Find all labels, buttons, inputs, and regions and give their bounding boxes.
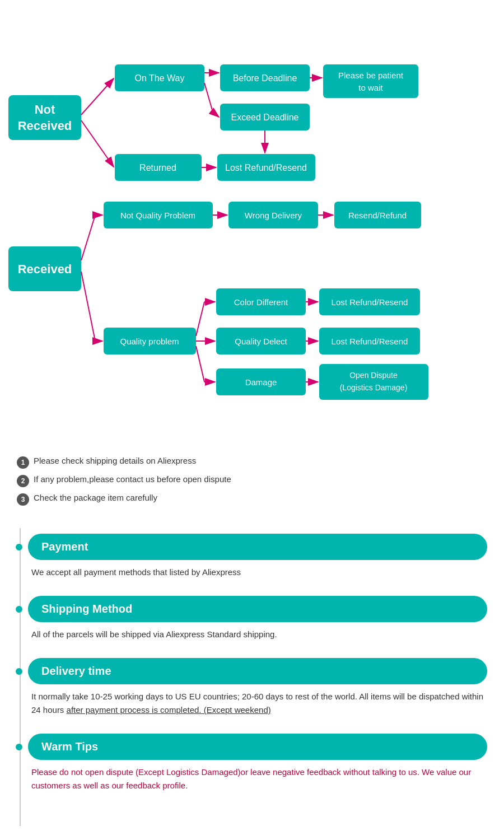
warm-tips-body: Please do not open dispute (Except Logis… [28, 766, 487, 792]
svg-line-18 [81, 120, 114, 167]
svg-rect-45 [319, 364, 428, 400]
delivery-body: It normally take 10-25 working days to U… [28, 690, 487, 717]
tip-number-3: 3 [17, 493, 29, 506]
svg-text:Exceed Deadline: Exceed Deadline [231, 113, 299, 122]
tips-section: 1 Please check shipping details on Aliex… [0, 445, 504, 528]
tip-text-1: Please check shipping details on Aliexpr… [34, 456, 196, 465]
svg-text:Wrong Delivery: Wrong Delivery [245, 211, 302, 220]
svg-text:Lost Refund/Resend: Lost Refund/Resend [225, 163, 307, 172]
svg-text:Not Quality Problem: Not Quality Problem [120, 211, 195, 220]
svg-rect-1 [8, 95, 81, 140]
info-block-shipping: Shipping Method All of the parcels will … [28, 596, 487, 641]
info-block-delivery: Delivery time It normally take 10-25 wor… [28, 658, 487, 717]
payment-body: We accept all payment methods that liste… [28, 566, 487, 579]
svg-line-20 [204, 83, 213, 112]
svg-text:to wait: to wait [358, 83, 383, 92]
info-dot-delivery [16, 668, 22, 675]
svg-text:Returned: Returned [139, 163, 176, 172]
svg-text:Received: Received [18, 119, 72, 133]
tip-item-2: 2 If any problem,please contact us befor… [17, 474, 487, 487]
shipping-body: All of the parcels will be shipped via A… [28, 628, 487, 641]
svg-text:Received: Received [18, 262, 72, 276]
svg-text:Before Deadline: Before Deadline [233, 73, 297, 83]
svg-text:(Logistics Damage): (Logistics Damage) [340, 383, 408, 392]
svg-line-48 [81, 215, 95, 260]
info-dot-payment [16, 544, 22, 550]
svg-text:Color Different: Color Different [234, 297, 288, 307]
svg-text:Open Dispute: Open Dispute [349, 371, 398, 380]
info-block-payment: Payment We accept all payment methods th… [28, 534, 487, 579]
svg-text:Not: Not [35, 102, 55, 116]
svg-text:Quality Delect: Quality Delect [235, 337, 287, 346]
info-dot-warm-tips [16, 744, 22, 750]
svg-line-57 [196, 346, 204, 382]
svg-text:Lost Refund/Resend: Lost Refund/Resend [332, 297, 408, 307]
svg-text:On The Way: On The Way [135, 73, 185, 83]
svg-text:Resend/Refund: Resend/Refund [348, 211, 407, 220]
svg-line-17 [81, 78, 114, 115]
svg-line-21 [213, 112, 219, 117]
payment-header: Payment [28, 534, 487, 560]
svg-text:Lost Refund/Resend: Lost Refund/Resend [332, 337, 408, 346]
warm-tips-header: Warm Tips [28, 734, 487, 760]
tip-text-2: If any problem,please contact us before … [34, 474, 231, 484]
info-dot-shipping [16, 606, 22, 613]
shipping-header: Shipping Method [28, 596, 487, 622]
svg-line-54 [196, 302, 204, 336]
svg-text:Please be patient: Please be patient [338, 71, 404, 80]
tip-item-3: 3 Check the package item carefully [17, 493, 487, 506]
tip-number-1: 1 [17, 456, 29, 469]
svg-text:Damage: Damage [245, 377, 277, 387]
tip-number-2: 2 [17, 475, 29, 487]
info-container: Payment We accept all payment methods th… [0, 528, 504, 826]
tip-item-1: 1 Please check shipping details on Aliex… [17, 456, 487, 469]
delivery-header: Delivery time [28, 658, 487, 684]
svg-text:Quality problem: Quality problem [120, 337, 179, 346]
tip-text-3: Check the package item carefully [34, 493, 157, 502]
info-block-warm-tips: Warm Tips Please do not open dispute (Ex… [28, 734, 487, 792]
flowchart-container: Not Received On The Way Before Deadline … [0, 0, 504, 445]
svg-rect-8 [323, 64, 418, 98]
svg-line-50 [81, 272, 95, 341]
